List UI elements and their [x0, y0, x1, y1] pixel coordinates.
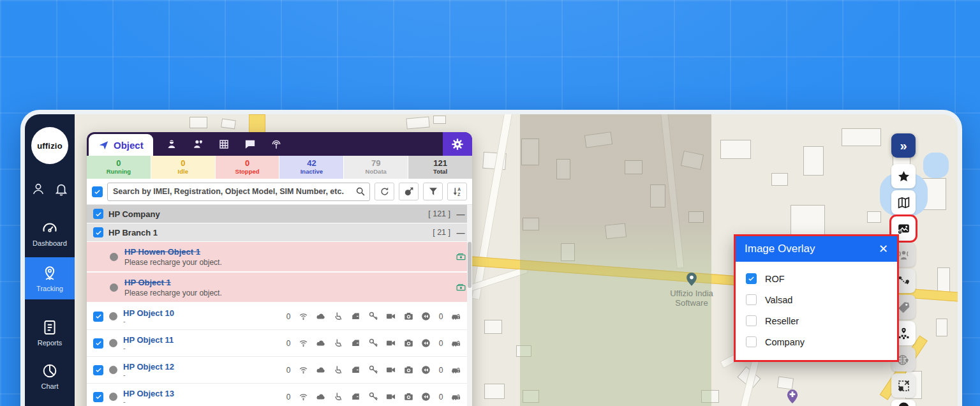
list-scrollbar[interactable]: [467, 205, 472, 406]
overlay-option-label: ROF: [765, 274, 785, 284]
sidebar-quick-icon[interactable]: [54, 182, 68, 196]
camera-icon: [404, 365, 413, 375]
object-alert-row[interactable]: HP Howen Object 1 Please recharge your o…: [87, 242, 472, 273]
key-icon: [369, 338, 378, 348]
signal-icon: [299, 365, 308, 375]
status-chip[interactable]: 79 NoData: [344, 156, 408, 179]
tab-object[interactable]: Object: [89, 134, 153, 156]
group-row[interactable]: HP Company [ 121 ] —: [87, 205, 472, 223]
object-status-icons: 0 0: [286, 365, 466, 375]
object-subtitle: -: [123, 345, 212, 351]
object-row[interactable]: HP Object 12 - 0: [87, 357, 472, 384]
key-icon: [369, 392, 378, 402]
sidebar-quick-icon[interactable]: [31, 182, 45, 196]
search-action-button[interactable]: [423, 183, 443, 200]
map-toolbar-button[interactable]: [891, 164, 916, 188]
overlay-checkbox[interactable]: [746, 315, 757, 326]
map-building: [867, 211, 881, 223]
map-toolbar-button[interactable]: [891, 190, 916, 214]
select-all-checkbox[interactable]: [92, 186, 103, 197]
overlay-checkbox[interactable]: [746, 273, 757, 284]
search-box: [107, 183, 370, 201]
status-chip-value: 42: [307, 159, 316, 169]
overlay-checkbox[interactable]: [746, 336, 757, 347]
signal-icon: [299, 392, 308, 402]
door-icon: [351, 392, 360, 402]
sidebar-nav-item[interactable]: Reports: [25, 313, 75, 352]
panel-collapse-button[interactable]: »: [891, 133, 916, 158]
search-action-button[interactable]: [375, 183, 394, 200]
sidebar-nav-label: Dashboard: [33, 239, 67, 247]
map-toolbar-button[interactable]: [891, 400, 916, 406]
overlay-checkbox[interactable]: [746, 294, 757, 305]
video-icon: [386, 312, 396, 321]
hospital-pin-icon[interactable]: [784, 387, 801, 406]
object-name: HP Object 1: [124, 278, 222, 287]
status-chip[interactable]: 0 Idle: [151, 156, 215, 179]
object-status-icons: 0 0: [286, 392, 466, 402]
panel-tab-icon[interactable]: [192, 139, 204, 150]
panel-tab-icon[interactable]: [271, 139, 282, 150]
map-toolbar-button[interactable]: [891, 373, 916, 398]
map-building: [842, 128, 881, 146]
panel-tab-icon[interactable]: [166, 139, 177, 150]
playback-icon: [421, 338, 431, 348]
image-overlay-popup-title: Image Overlay: [745, 243, 815, 255]
group-checkbox[interactable]: [93, 209, 103, 219]
status-chip[interactable]: 121 Total: [408, 156, 472, 179]
uffizio-logo[interactable]: uffizio: [31, 127, 68, 164]
overlay-option[interactable]: ROF: [736, 268, 897, 289]
object-status-icons: 0 0: [286, 312, 466, 321]
status-chip[interactable]: 42 Inactive: [279, 156, 343, 179]
status-chip[interactable]: 0 Stopped: [216, 156, 279, 179]
panel-tab-icon[interactable]: [244, 139, 256, 150]
lock-icon: [451, 392, 461, 402]
image-overlay-options: ROF Valsad Reseller Company: [736, 262, 897, 360]
key-icon: [369, 365, 378, 375]
lock-icon: [451, 338, 461, 348]
status-chip[interactable]: 0 Running: [87, 156, 151, 179]
close-icon[interactable]: ✕: [879, 243, 888, 255]
status-dot: [110, 253, 118, 261]
object-checkbox[interactable]: [93, 365, 103, 375]
navigate-icon: [98, 140, 109, 151]
recharge-icon[interactable]: [456, 252, 466, 262]
overlay-option[interactable]: Reseller: [736, 310, 897, 331]
object-name: HP Object 11: [123, 335, 212, 345]
sidebar-nav-label: Reports: [38, 339, 63, 347]
aux-count: 0: [439, 393, 443, 402]
collapse-icon[interactable]: —: [456, 209, 466, 219]
signal-icon: [299, 338, 308, 348]
object-row[interactable]: HP Object 13 - 0: [87, 384, 472, 406]
speed-value: 0: [286, 339, 291, 348]
sidebar-nav-item[interactable]: Chart: [25, 357, 75, 395]
search-action-button[interactable]: AZ: [447, 183, 467, 200]
search-input[interactable]: [112, 186, 355, 197]
sidebar-nav-item[interactable]: Dashboard: [25, 214, 75, 252]
overlay-option[interactable]: Company: [736, 331, 897, 352]
list-scrollbar-thumb[interactable]: [468, 242, 471, 288]
search-icon[interactable]: [355, 186, 366, 197]
sidebar-nav-item[interactable]: Tracking: [25, 257, 75, 299]
settings-button[interactable]: [443, 132, 472, 156]
object-alert-row[interactable]: HP Object 1 Please recharge your object.: [87, 273, 472, 303]
object-subtitle: -: [123, 372, 212, 378]
group-row[interactable]: HP Branch 1 [ 21 ] —: [87, 223, 472, 242]
map-building: [221, 119, 236, 130]
object-checkbox[interactable]: [93, 338, 103, 349]
collapse-icon[interactable]: —: [456, 228, 466, 237]
object-row[interactable]: HP Object 10 - 0: [87, 303, 472, 330]
image-overlay-popup: Image Overlay ✕ ROF Valsad Reseller: [734, 234, 899, 362]
group-checkbox[interactable]: [93, 227, 103, 237]
recharge-icon[interactable]: [456, 283, 466, 292]
speed-value: 0: [286, 393, 291, 402]
overlay-option[interactable]: Valsad: [736, 289, 897, 310]
search-action-button[interactable]: [399, 183, 419, 200]
object-row[interactable]: HP Object 11 - 0: [87, 330, 472, 357]
search-toolbar: AZ: [87, 179, 472, 205]
object-checkbox[interactable]: [93, 312, 103, 322]
object-checkbox[interactable]: [93, 392, 103, 402]
engine-icon: [316, 338, 325, 348]
panel-tab-icon[interactable]: [218, 139, 230, 150]
map-image-overlay-region: [520, 114, 711, 406]
